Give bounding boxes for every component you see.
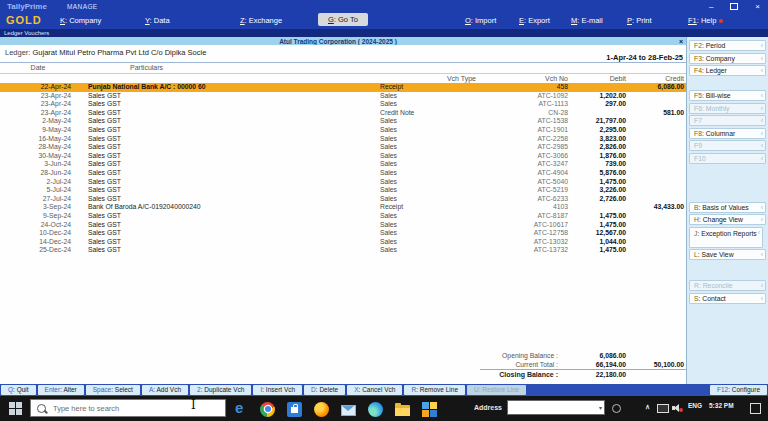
- edge-new-icon[interactable]: [368, 402, 383, 417]
- sidebar-button-f7: F7‹: [689, 115, 766, 126]
- table-row[interactable]: 9-Sep-24Sales GSTSalesATC-81871,475.00: [0, 212, 686, 221]
- table-row[interactable]: 24-Oct-24Sales GSTSalesATC-106171,475.00: [0, 221, 686, 230]
- table-row[interactable]: 14-Dec-24Sales GSTSalesATC-130321,044.00: [0, 238, 686, 247]
- sidebar-button-period[interactable]: F2: Period‹: [689, 40, 766, 51]
- menu-item-exchange[interactable]: Z: Exchange: [240, 16, 282, 25]
- edge-legacy-icon[interactable]: [233, 402, 248, 417]
- table-row[interactable]: 3-Sep-24Bank Of Baroda A/C-0192040000240…: [0, 203, 686, 212]
- bottombar-button-add-vch[interactable]: A: Add Vch: [142, 385, 188, 395]
- menu-item-import[interactable]: O: Import: [465, 16, 496, 25]
- table-row[interactable]: 3-Jun-24Sales GSTSalesATC-3247739.00: [0, 160, 686, 169]
- current-total-row: Current Total : 66,194.00 50,100.00: [0, 360, 686, 369]
- closing-balance-row: Closing Balance : 22,180.00: [0, 370, 686, 379]
- taskbar-search[interactable]: [30, 399, 226, 417]
- table-row[interactable]: 10-Dec-24Sales GSTSalesATC-1275812,567.0…: [0, 229, 686, 238]
- bottombar-button-configure[interactable]: F12: Configure: [710, 385, 767, 395]
- tray-chevron-up-icon[interactable]: ∧: [645, 403, 650, 411]
- table-header: Date Particulars Vch Type Vch No Debit C…: [0, 62, 686, 85]
- chevron-left-icon: ‹: [761, 281, 763, 291]
- table-row[interactable]: 25-Dec-24Sales GSTSalesATC-137321,475.00: [0, 246, 686, 255]
- bottombar-button-alter[interactable]: Enter: Alter: [38, 385, 84, 395]
- sidebar-button-exception-reports[interactable]: J: Exception Reports‹: [689, 227, 763, 248]
- menu-item-goto[interactable]: G: Go To: [318, 13, 368, 26]
- action-center-icon[interactable]: [750, 403, 761, 414]
- address-input[interactable]: ▾: [507, 400, 605, 415]
- table-row[interactable]: 2-Jul-24Sales GSTSalesATC-50401,475.00: [0, 178, 686, 187]
- table-row[interactable]: 28-Jun-24Sales GSTSalesATC-49045,876.00: [0, 169, 686, 178]
- language-indicator[interactable]: ENG: [688, 402, 702, 409]
- refresh-icon[interactable]: [612, 404, 621, 413]
- shortcut-key: A: [149, 386, 153, 393]
- cell-credit: [630, 221, 688, 230]
- sidebar-button-bill-wise[interactable]: F5: Bill-wise‹: [689, 90, 766, 101]
- report-period[interactable]: 1-Apr-24 to 28-Feb-25: [606, 53, 683, 62]
- cell-debit: 1,475.00: [572, 246, 630, 255]
- table-row[interactable]: 27-Jul-24Sales GSTSalesATC-62332,726.00: [0, 195, 686, 204]
- clock[interactable]: 5:32 PM: [709, 402, 734, 409]
- bottombar-button-cancel-vch[interactable]: X: Cancel Vch: [347, 385, 402, 395]
- app-tiles-icon[interactable]: [422, 402, 437, 417]
- bottombar-button-delete[interactable]: D: Delete: [304, 385, 345, 395]
- sidebar-button-company[interactable]: F3: Company‹: [689, 53, 766, 64]
- table-row[interactable]: 5-Jul-24Sales GSTSalesATC-52193,226.00: [0, 186, 686, 195]
- chevron-left-icon: ‹: [761, 141, 763, 151]
- cell-date: 3-Sep-24: [0, 203, 76, 212]
- table-row[interactable]: 28-May-24Sales GSTSalesATC-29852,826.00: [0, 143, 686, 152]
- shortcut-key: J: [694, 230, 697, 237]
- cell-date: 28-Jun-24: [0, 169, 76, 178]
- menu-item-print[interactable]: P: Print: [627, 16, 652, 25]
- firefox-icon[interactable]: [314, 402, 329, 417]
- cell-vch-type: Sales: [368, 229, 480, 238]
- sidebar-button-ledger[interactable]: F4: Ledger‹: [689, 65, 766, 76]
- sidebar-button-change-view[interactable]: H: Change View‹: [689, 214, 766, 225]
- chrome-icon[interactable]: [260, 402, 275, 417]
- sidebar-button-contact[interactable]: S: Contact‹: [689, 293, 766, 304]
- search-input[interactable]: [51, 403, 205, 414]
- maximize-icon[interactable]: [730, 3, 738, 10]
- start-button[interactable]: [9, 402, 22, 415]
- display-tray-icon[interactable]: [657, 404, 669, 413]
- table-row[interactable]: 9-May-24Sales GSTSalesATC-19012,295.00: [0, 126, 686, 135]
- opening-balance-debit: 6,086.00: [572, 351, 630, 360]
- store-icon[interactable]: [287, 402, 302, 417]
- bottombar-button-insert-vch[interactable]: I: Insert Vch: [253, 385, 302, 395]
- cell-particulars: Sales GST: [76, 229, 368, 238]
- bottombar-button-select[interactable]: Space: Select: [86, 385, 140, 395]
- cell-vch-no: ATC-10617: [480, 221, 572, 230]
- chevron-down-icon[interactable]: ▾: [599, 404, 602, 411]
- table-row[interactable]: 22-Apr-24Punjab National Bank A/C : 0000…: [0, 83, 686, 92]
- table-row[interactable]: 16-May-24Sales GSTSalesATC-22583,823.00: [0, 135, 686, 144]
- shortcut-key: F5: [694, 92, 702, 99]
- table-row[interactable]: 2-May-24Sales GSTSalesATC-153821,797.00: [0, 117, 686, 126]
- window-controls: – ×: [709, 1, 760, 12]
- shortcut-key: Enter: [45, 386, 61, 393]
- cell-date: 9-May-24: [0, 126, 76, 135]
- minimize-icon[interactable]: –: [709, 1, 713, 12]
- bottombar-button-duplicate-vch[interactable]: 2: Duplicate Vch: [190, 385, 251, 395]
- sidebar-button-basis-of-values[interactable]: B: Basis of Values‹: [689, 202, 766, 213]
- menu-item-export[interactable]: E: Export: [519, 16, 550, 25]
- cell-vch-type: Receipt: [368, 83, 480, 92]
- table-row[interactable]: 23-Apr-24Sales GSTSalesATC-10921,202.00: [0, 92, 686, 101]
- sidebar-button-save-view[interactable]: L: Save View‹: [689, 249, 766, 260]
- cell-particulars: Punjab National Bank A/C : 00000 60: [76, 83, 368, 92]
- menu-item-company[interactable]: K: Company: [60, 16, 101, 25]
- sidebar-button-columnar[interactable]: F8: Columnar‹: [689, 128, 766, 139]
- cell-particulars: Sales GST: [76, 238, 368, 247]
- mail-icon[interactable]: [341, 405, 356, 416]
- ledger-line: Ledger: Gujarat Mitul Petro Pharma Pvt L…: [5, 48, 206, 57]
- menu-item-data[interactable]: Y: Data: [145, 16, 170, 25]
- close-icon[interactable]: ×: [755, 1, 760, 12]
- table-row[interactable]: 30-May-24Sales GSTSalesATC-30661,876.00: [0, 152, 686, 161]
- cell-particulars: Sales GST: [76, 186, 368, 195]
- bottombar-button-quit[interactable]: Q: Quit: [1, 385, 36, 395]
- folder-icon[interactable]: [395, 405, 410, 416]
- chevron-left-icon: ‹: [758, 228, 760, 238]
- table-row[interactable]: 23-Apr-24Sales GSTCredit NoteCN-28581.00: [0, 109, 686, 118]
- manage-label[interactable]: MANAGE: [67, 3, 98, 10]
- table-row[interactable]: 23-Apr-24Sales GSTSalesATC-1113297.00: [0, 100, 686, 109]
- menu-item-help[interactable]: F1: Help: [688, 16, 723, 25]
- menu-item-email[interactable]: M: E-mail: [571, 16, 603, 25]
- company-title: Atul Trading Corporation ( 2024-2025 ): [0, 38, 676, 45]
- bottombar-button-remove-line[interactable]: R: Remove Line: [404, 385, 465, 395]
